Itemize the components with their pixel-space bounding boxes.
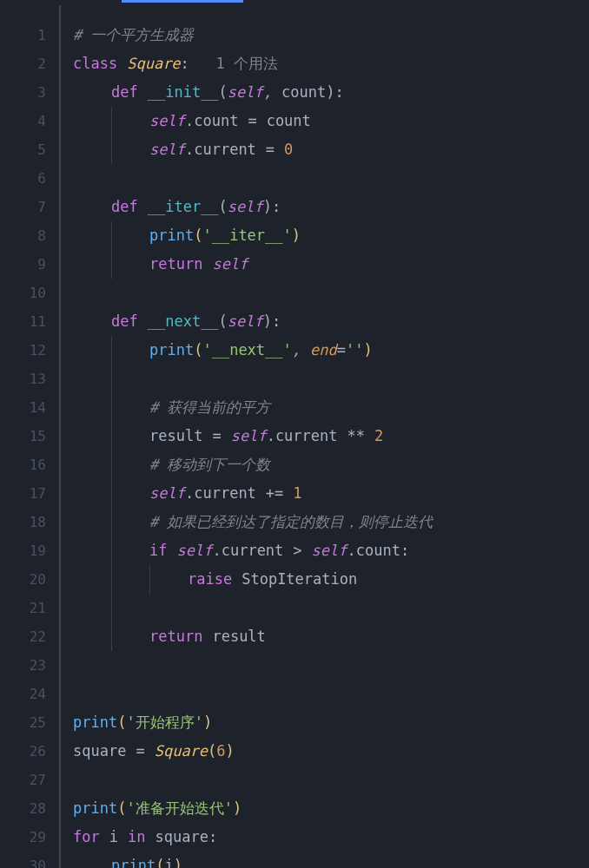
string: '开始程序' — [126, 708, 202, 737]
code-line[interactable]: result=self.current**2 — [73, 422, 589, 450]
line-number: 19 — [0, 536, 46, 565]
code-line[interactable]: self.current+=1 — [73, 479, 589, 508]
dot: . — [347, 536, 356, 565]
line-number: 15 — [0, 422, 46, 450]
exception: StopIteration — [242, 565, 357, 594]
dot: . — [267, 422, 275, 450]
number: 1 — [293, 479, 301, 508]
func-call: print — [73, 708, 117, 737]
string: '__next__' — [202, 336, 291, 365]
code-line[interactable]: # 如果已经到达了指定的数目，则停止迭代 — [73, 508, 589, 536]
comment: # 移动到下一个数 — [149, 450, 270, 479]
number: 0 — [284, 135, 293, 164]
code-line[interactable]: square=Square(6) — [73, 737, 589, 766]
code-line[interactable]: print('__next__',end='') — [73, 336, 589, 365]
line-number: 6 — [0, 164, 46, 193]
code-line[interactable]: # 一个平方生成器 — [73, 21, 589, 49]
line-number: 22 — [0, 622, 46, 651]
code-line[interactable]: returnresult — [73, 622, 589, 651]
code-line[interactable]: print('准备开始迭代') — [73, 794, 589, 823]
line-number: 9 — [0, 250, 46, 279]
code-line[interactable] — [73, 164, 589, 193]
code-line[interactable]: def__next__(self): — [73, 307, 589, 336]
keyword-return: return — [149, 622, 202, 651]
attr: count — [194, 107, 238, 135]
paren: ) — [174, 852, 182, 868]
code-line[interactable]: def__iter__(self): — [73, 193, 589, 221]
code-line[interactable] — [73, 594, 589, 622]
code-line[interactable] — [73, 365, 589, 393]
comma: , — [263, 78, 272, 107]
paren: ( — [117, 708, 126, 737]
usage-hint: 1 个用法 — [216, 49, 278, 78]
number: 6 — [216, 737, 225, 766]
code-line[interactable]: foriinsquare: — [73, 823, 589, 852]
attr: count — [356, 536, 400, 565]
colon: : — [272, 193, 281, 221]
code-line[interactable]: print('开始程序') — [73, 708, 589, 737]
self: self — [228, 307, 263, 336]
code-line[interactable]: raiseStopIteration — [73, 565, 589, 594]
code-line[interactable]: print('__iter__') — [73, 221, 589, 250]
method-name: __iter__ — [148, 193, 219, 221]
equals: = — [337, 336, 346, 365]
code-line[interactable] — [73, 651, 589, 680]
paren: ( — [219, 307, 228, 336]
active-tab-indicator — [122, 0, 243, 3]
var: result — [149, 422, 202, 450]
attr: current — [275, 422, 338, 450]
self: self — [231, 422, 267, 450]
code-line[interactable]: # 移动到下一个数 — [73, 450, 589, 479]
line-number: 7 — [0, 193, 46, 221]
self: self — [176, 536, 212, 565]
code-line[interactable]: returnself — [73, 250, 589, 279]
colon: : — [208, 823, 217, 852]
code-line[interactable]: self.current=0 — [73, 135, 589, 164]
line-number: 12 — [0, 336, 46, 365]
code-line[interactable]: ifself.current>self.count: — [73, 536, 589, 565]
string: '' — [346, 336, 363, 365]
code-editor[interactable]: 1 2 3 4 5 6 7 8 9 10 11 12 13 14 15 16 1… — [0, 5, 589, 868]
keyword-def: def — [111, 307, 138, 336]
param: count — [281, 78, 326, 107]
line-number: 14 — [0, 393, 46, 422]
line-number: 29 — [0, 823, 46, 852]
self: self — [149, 479, 185, 508]
code-line[interactable] — [73, 680, 589, 708]
dot: . — [185, 107, 194, 135]
code-line[interactable]: classSquare: 1 个用法 — [73, 49, 589, 78]
paren: ( — [194, 221, 202, 250]
line-number: 5 — [0, 135, 46, 164]
paren: ) — [263, 193, 272, 221]
equals: = — [248, 107, 256, 135]
line-number: 16 — [0, 450, 46, 479]
comment: # 一个平方生成器 — [73, 21, 194, 49]
paren: ) — [233, 794, 242, 823]
line-number: 3 — [0, 78, 46, 107]
line-number: 24 — [0, 680, 46, 708]
line-number: 26 — [0, 737, 46, 766]
line-number: 11 — [0, 307, 46, 336]
paren: ( — [208, 737, 216, 766]
code-line[interactable]: print(i) — [73, 852, 589, 868]
code-line[interactable] — [73, 766, 589, 794]
line-number: 27 — [0, 766, 46, 794]
self: self — [312, 536, 347, 565]
self: self — [228, 78, 263, 107]
colon: : — [272, 307, 281, 336]
method-name: __init__ — [148, 78, 219, 107]
paren: ) — [203, 708, 212, 737]
code-line[interactable]: # 获得当前的平方 — [73, 393, 589, 422]
line-number: 21 — [0, 594, 46, 622]
var: square — [73, 737, 126, 766]
code-line[interactable]: self.count=count — [73, 107, 589, 135]
func-call: print — [149, 336, 194, 365]
colon: : — [400, 536, 409, 565]
keyword-for: for — [73, 823, 100, 852]
code-line[interactable] — [73, 279, 589, 307]
self: self — [228, 193, 263, 221]
string: '准备开始迭代' — [126, 794, 232, 823]
code-area[interactable]: # 一个平方生成器 classSquare: 1 个用法 def__init__… — [61, 5, 589, 868]
code-line[interactable]: def__init__(self,count): — [73, 78, 589, 107]
equals: = — [266, 135, 275, 164]
